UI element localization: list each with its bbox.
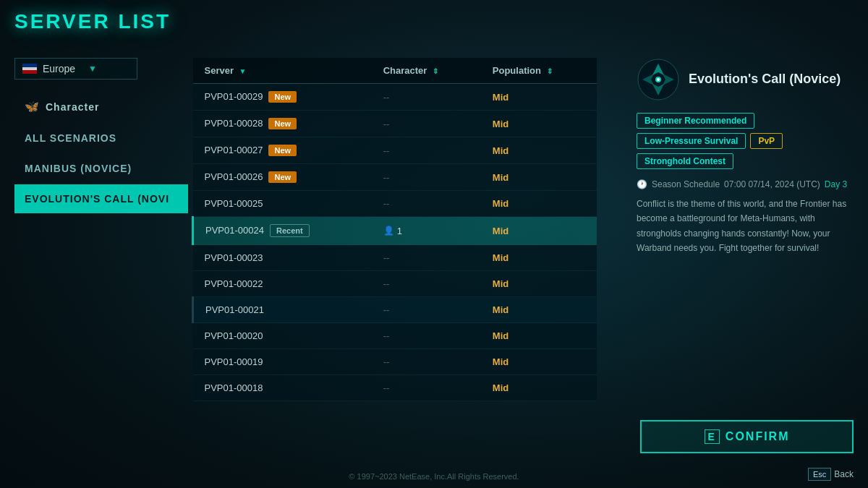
character-cell: -- bbox=[372, 84, 481, 111]
sidebar-item-evolutions-call-novice[interactable]: EVOLUTION'S CALL (NOVI bbox=[14, 184, 188, 213]
esc-back-area: Esc Back bbox=[808, 468, 854, 481]
population-value: Mid bbox=[493, 278, 509, 289]
population-cell: Mid bbox=[481, 349, 597, 375]
population-value: Mid bbox=[493, 304, 509, 315]
character-cell: -- bbox=[372, 191, 481, 217]
population-cell: Mid bbox=[481, 323, 597, 349]
server-name-cell: PVP01-00029New bbox=[193, 84, 372, 111]
sort-icon-character: ⇕ bbox=[433, 67, 438, 75]
server-emblem bbox=[637, 58, 680, 101]
tag: Stronghold Contest bbox=[637, 153, 733, 169]
table-row[interactable]: PVP01-00018--Mid bbox=[193, 375, 597, 401]
dash: -- bbox=[383, 92, 390, 103]
region-selector[interactable]: Europe ▼ bbox=[14, 58, 137, 80]
population-cell: Mid bbox=[481, 245, 597, 271]
population-cell: Mid bbox=[481, 84, 597, 111]
population-value: Mid bbox=[493, 119, 509, 129]
population-value: Mid bbox=[493, 252, 509, 263]
sidebar-item-evolutions-call-novice-label: EVOLUTION'S CALL (NOVI bbox=[25, 193, 169, 205]
dash: -- bbox=[383, 198, 390, 209]
server-badge: Recent bbox=[270, 224, 310, 237]
table-row[interactable]: PVP01-00027New--Mid bbox=[193, 137, 597, 164]
footer-copyright: © 1997~2023 NetEase, Inc.All Rights Rese… bbox=[349, 472, 519, 481]
population-value: Mid bbox=[493, 330, 509, 341]
server-badge: New bbox=[268, 145, 297, 156]
character-cell: -- bbox=[372, 297, 481, 323]
table-row[interactable]: PVP01-00029New--Mid bbox=[193, 84, 597, 111]
table-row[interactable]: PVP01-00028New--Mid bbox=[193, 111, 597, 137]
dash: -- bbox=[383, 330, 390, 341]
table-row[interactable]: PVP01-00024Recent👤 1Mid bbox=[193, 217, 597, 245]
character-cell: -- bbox=[372, 164, 481, 191]
population-cell: Mid bbox=[481, 137, 597, 164]
server-name-cell: PVP01-00020 bbox=[193, 323, 372, 349]
header-population[interactable]: Population ⇕ bbox=[481, 58, 597, 84]
server-name-cell: PVP01-00025 bbox=[193, 191, 372, 217]
page-title: SERVER LIST bbox=[14, 10, 171, 33]
sidebar-item-manibus-novice[interactable]: MANIBUS (NOVICE) bbox=[14, 154, 188, 183]
header-character[interactable]: Character ⇕ bbox=[372, 58, 481, 84]
population-cell: Mid bbox=[481, 164, 597, 191]
region-flag-icon bbox=[22, 64, 37, 74]
tag: Beginner Recommended bbox=[637, 113, 754, 129]
server-name-cell: PVP01-00028New bbox=[193, 111, 372, 137]
schedule-line: 🕐 Season Schedule 07:00 07/14, 2024 (UTC… bbox=[637, 179, 854, 189]
butterfly-icon: 🦋 bbox=[25, 100, 40, 114]
header-server[interactable]: Server ▼ bbox=[193, 58, 372, 84]
sidebar: Europe ▼ 🦋 Character ALL SCENARIOS MANIB… bbox=[14, 58, 188, 215]
tag: Low-Pressure Survival bbox=[637, 133, 746, 149]
sort-icon-server: ▼ bbox=[239, 67, 247, 75]
character-cell: -- bbox=[372, 375, 481, 401]
server-badge: New bbox=[268, 91, 297, 103]
character-cell: 👤 1 bbox=[372, 217, 481, 245]
server-name-cell: PVP01-00027New bbox=[193, 137, 372, 164]
schedule-prefix: Season Schedule bbox=[652, 179, 720, 189]
sort-icon-population: ⇕ bbox=[547, 67, 553, 75]
population-cell: Mid bbox=[481, 297, 597, 323]
table-row[interactable]: PVP01-00026New--Mid bbox=[193, 164, 597, 191]
table-row[interactable]: PVP01-00022--Mid bbox=[193, 271, 597, 297]
back-label: Back bbox=[834, 469, 854, 479]
population-cell: Mid bbox=[481, 217, 597, 245]
table-row[interactable]: PVP01-00025--Mid bbox=[193, 191, 597, 217]
server-badge: New bbox=[268, 171, 297, 183]
sidebar-item-character[interactable]: 🦋 Character bbox=[14, 91, 188, 122]
population-value: Mid bbox=[493, 92, 509, 103]
server-table: Server ▼ Character ⇕ Population ⇕ PVP01-… bbox=[192, 58, 597, 401]
population-value: Mid bbox=[493, 356, 509, 367]
confirm-icon: E bbox=[705, 429, 720, 444]
population-cell: Mid bbox=[481, 111, 597, 137]
server-panel: Server ▼ Character ⇕ Population ⇕ PVP01-… bbox=[192, 58, 597, 452]
info-description: Conflict is the theme of this world, and… bbox=[637, 197, 854, 256]
population-value: Mid bbox=[493, 145, 509, 156]
info-panel-title: Evolution's Call (Novice) bbox=[689, 71, 841, 87]
table-header-row: Server ▼ Character ⇕ Population ⇕ bbox=[193, 58, 597, 84]
population-value: Mid bbox=[493, 226, 509, 236]
schedule-time: 07:00 07/14, 2024 (UTC) bbox=[724, 179, 820, 189]
table-row[interactable]: PVP01-00023--Mid bbox=[193, 245, 597, 271]
population-cell: Mid bbox=[481, 191, 597, 217]
chevron-down-icon: ▼ bbox=[88, 64, 129, 74]
server-name-cell: PVP01-00026New bbox=[193, 164, 372, 191]
confirm-button[interactable]: E CONFIRM bbox=[640, 420, 854, 453]
server-name-cell: PVP01-00018 bbox=[193, 375, 372, 401]
table-row[interactable]: PVP01-00020--Mid bbox=[193, 323, 597, 349]
svg-point-6 bbox=[657, 78, 660, 81]
table-row[interactable]: PVP01-00021--Mid bbox=[193, 297, 597, 323]
sidebar-item-all-scenarios[interactable]: ALL SCENARIOS bbox=[14, 124, 188, 153]
population-value: Mid bbox=[493, 172, 509, 183]
population-cell: Mid bbox=[481, 271, 597, 297]
tag: PvP bbox=[750, 133, 783, 149]
clock-icon: 🕐 bbox=[637, 179, 647, 189]
character-cell: -- bbox=[372, 245, 481, 271]
dash: -- bbox=[383, 145, 390, 156]
dash: -- bbox=[383, 278, 390, 289]
person-icon: 👤 bbox=[383, 226, 394, 236]
dash: -- bbox=[383, 172, 390, 183]
table-row[interactable]: PVP01-00019--Mid bbox=[193, 349, 597, 375]
info-panel: Evolution's Call (Novice) Beginner Recom… bbox=[637, 58, 854, 256]
character-cell: -- bbox=[372, 271, 481, 297]
day-badge: Day 3 bbox=[825, 179, 847, 189]
population-value: Mid bbox=[493, 198, 509, 209]
esc-key[interactable]: Esc bbox=[808, 468, 831, 481]
